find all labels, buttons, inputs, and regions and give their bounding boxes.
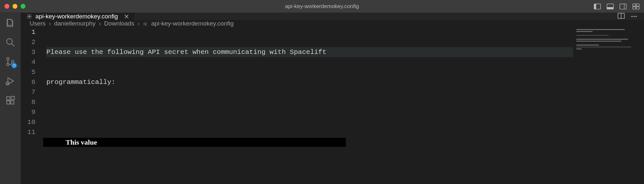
minimap[interactable] [573,27,644,184]
gear-icon [143,21,148,26]
window-title: api-key-workerdemokey.config [285,3,359,10]
toggle-primary-sidebar-icon[interactable] [594,4,601,9]
svg-point-31 [145,23,146,25]
source-control-icon[interactable] [5,56,16,67]
line-number: 10 [21,117,35,127]
maximize-window-button[interactable] [21,4,25,9]
line-number: 4 [21,57,35,67]
line-number: 9 [21,107,35,117]
svg-point-13 [7,63,9,66]
svg-rect-6 [633,4,636,6]
svg-rect-9 [636,7,639,9]
svg-rect-19 [7,97,10,100]
chevron-right-icon: › [137,20,139,27]
svg-point-28 [631,16,633,17]
tab-active[interactable]: api-key-workerdemokey.config [21,13,135,20]
code-text: programmatically: [46,77,115,87]
close-window-button[interactable] [5,4,9,9]
breadcrumb-part[interactable]: Users [30,20,46,27]
code-text: Please use the following API secret when… [46,47,327,57]
titlebar: api-key-workerdemokey.config [0,0,644,13]
svg-point-29 [633,16,635,17]
code-content[interactable]: Please use the following API secret when… [43,27,644,184]
svg-rect-8 [633,7,636,9]
line-number: 2 [21,37,35,47]
tab-bar: api-key-workerdemokey.config [21,13,644,20]
customize-layout-icon[interactable] [632,4,639,9]
scm-badge-icon [11,63,17,68]
svg-point-30 [636,16,637,17]
run-debug-icon[interactable] [5,76,16,87]
breadcrumb[interactable]: Users › daniellemurphy › Downloads › api… [21,20,644,27]
svg-point-10 [7,39,13,45]
minimize-window-button[interactable] [13,4,17,9]
svg-rect-4 [620,4,626,9]
chevron-right-icon: › [99,20,101,27]
svg-point-23 [29,16,30,17]
split-editor-icon[interactable] [618,13,625,20]
explorer-icon[interactable] [5,17,16,28]
redacted-block: This value [43,138,346,147]
window-controls [5,4,25,9]
line-gutter: 1 2 3 4 5 6 7 8 9 10 11 [21,27,43,184]
chevron-right-icon: › [49,20,51,27]
search-icon[interactable] [5,37,16,48]
svg-line-11 [12,44,14,46]
breadcrumb-file[interactable]: api-key-workerdemokey.config [151,20,233,27]
line-number: 5 [21,67,35,77]
svg-rect-20 [7,101,10,104]
svg-rect-1 [594,4,596,9]
editor-actions [618,13,644,20]
svg-rect-7 [636,4,639,6]
svg-rect-22 [11,97,14,100]
editor[interactable]: 1 2 3 4 5 6 7 8 9 10 11 Please use the f… [21,27,644,184]
svg-line-17 [6,84,7,85]
line-number: 11 [21,127,35,137]
close-tab-icon[interactable] [124,14,129,19]
layout-controls [594,4,639,9]
toggle-panel-icon[interactable] [607,4,614,9]
more-actions-icon[interactable] [630,13,638,20]
tab-label: api-key-workerdemokey.config [35,13,118,20]
line-number: 7 [21,87,35,97]
line-number: 8 [21,97,35,107]
line-number: 6 [21,77,35,87]
line-number: 3 [21,47,35,57]
extensions-icon[interactable] [5,95,16,106]
svg-rect-3 [607,7,613,9]
breadcrumb-part[interactable]: daniellemurphy [54,20,96,27]
toggle-secondary-sidebar-icon[interactable] [620,4,627,9]
line-number: 1 [21,27,35,37]
activity-bar [0,13,21,184]
svg-rect-21 [11,101,14,104]
breadcrumb-part[interactable]: Downloads [104,20,134,27]
svg-point-12 [7,58,9,60]
gear-icon [26,14,32,19]
